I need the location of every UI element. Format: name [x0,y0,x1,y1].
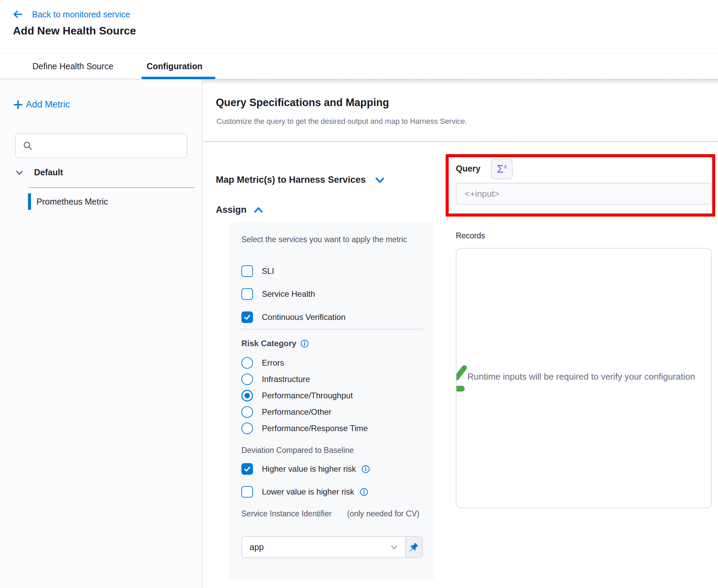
search-icon [23,141,33,151]
performance-throughput-label: Performance/Throughput [262,391,353,400]
assign-section-toggle[interactable]: Assign [216,205,264,215]
back-to-monitored-service-link[interactable]: Back to monitored service [12,9,130,20]
higher-value-label: Higher value is higher risk [262,464,356,474]
query-value: <+input> [465,189,499,199]
fix-value-pin-button[interactable] [405,537,422,557]
performance-other-label: Performance/Other [262,407,331,417]
group-label: Default [34,167,63,177]
sigma-icon: Σ [497,163,503,175]
tab-define-health-source[interactable]: Define Health Source [32,53,114,79]
chevron-up-icon [253,205,264,215]
section-subtitle: Customize the query to get the desired o… [216,117,467,126]
pin-icon [409,542,419,552]
selected-value: app [250,542,389,552]
service-instance-identifier-label: Service Instance Identifier [241,508,340,519]
arrow-left-icon [12,9,23,20]
performance-response-time-label: Performance/Response Time [262,424,368,433]
errors-radio[interactable] [241,357,253,369]
query-label: Query [456,164,480,174]
records-label: Records [456,231,485,240]
add-metric-button[interactable]: Add Metric [13,99,70,110]
sli-label: SLI [262,266,274,276]
section-divider [203,141,718,142]
service-health-checkbox[interactable] [241,288,253,300]
group-divider [28,187,194,188]
active-tab-underline [141,77,215,79]
assign-panel: Select the services you want to apply th… [229,222,434,579]
checkbox-row-higher-value: Higher value is higher risk [241,463,370,475]
add-metric-label: Add Metric [26,99,70,110]
sli-checkbox[interactable] [241,265,253,277]
chevron-down-icon [15,168,24,177]
service-health-label: Service Health [262,289,315,299]
checkbox-row-service-health: Service Health [241,288,315,300]
services-prompt: Select the services you want to apply th… [241,234,408,245]
metrics-sidebar: Add Metric Default Prometheus Metric [0,79,203,588]
page-title: Add New Health Source [13,25,136,37]
lower-value-label: Lower value is higher risk [262,487,354,497]
checkbox-row-lower-value: Lower value is higher risk [241,486,368,498]
section-title: Query Specifications and Mapping [216,97,389,109]
performance-other-radio[interactable] [241,406,253,418]
tab-bar: Define Health Source Configuration [0,53,718,79]
plus-icon [13,100,23,110]
lower-value-checkbox[interactable] [241,486,253,498]
query-input[interactable]: <+input> [456,183,712,205]
info-icon[interactable] [361,465,370,473]
panel-divider [241,329,423,329]
performance-response-time-radio[interactable] [241,423,253,434]
radio-row-errors: Errors [241,357,284,369]
risk-category-header: Risk Category [241,339,309,348]
sigma-sup: x [504,164,507,170]
radio-row-infrastructure: Infrastructure [241,373,310,385]
metric-search-box [15,133,188,158]
metric-item-label: Prometheus Metric [36,197,108,207]
back-link-label: Back to monitored service [32,10,130,19]
continuous-verification-checkbox[interactable] [241,311,253,323]
risk-category-label: Risk Category [241,339,296,348]
chevron-down-icon [375,175,385,185]
deviation-label: Deviation Compared to Baseline [241,446,354,455]
infrastructure-radio[interactable] [241,373,253,385]
tab-configuration[interactable]: Configuration [147,53,203,79]
service-instance-identifier-note: (only needed for CV) [347,508,425,519]
infrastructure-label: Infrastructure [262,374,310,384]
radio-row-performance-response-time: Performance/Response Time [241,423,368,434]
map-section-label: Map Metric(s) to Harness Services [216,175,366,185]
info-icon[interactable] [360,488,368,496]
errors-label: Errors [262,358,284,368]
radio-row-performance-other: Performance/Other [241,406,331,418]
service-instance-identifier-field: app [241,536,423,558]
metric-group-default[interactable]: Default [15,167,63,177]
info-icon[interactable] [300,339,309,348]
expression-builder-button[interactable]: Σ x [491,159,513,179]
checkbox-row-continuous-verification: Continuous Verification [241,311,345,323]
service-instance-identifier-select[interactable]: app [242,537,405,557]
radio-row-performance-throughput: Performance/Throughput [241,390,353,401]
selected-metric-indicator [28,193,31,210]
assign-section-label: Assign [216,205,246,215]
performance-throughput-radio[interactable] [241,390,253,401]
sidebar-item-prometheus-metric[interactable]: Prometheus Metric [28,193,108,210]
higher-value-checkbox[interactable] [241,463,253,475]
continuous-verification-label: Continuous Verification [262,312,345,322]
chevron-down-icon [389,542,399,552]
records-panel: Runtime inputs will be required to verif… [456,248,712,508]
map-metrics-section-toggle[interactable]: Map Metric(s) to Harness Services [216,175,385,185]
add-health-source-screen: Back to monitored service Add New Health… [0,0,718,588]
checkbox-row-sli: SLI [241,265,274,277]
runtime-message: Runtime inputs will be required to verif… [467,371,710,382]
search-input[interactable] [38,135,187,156]
